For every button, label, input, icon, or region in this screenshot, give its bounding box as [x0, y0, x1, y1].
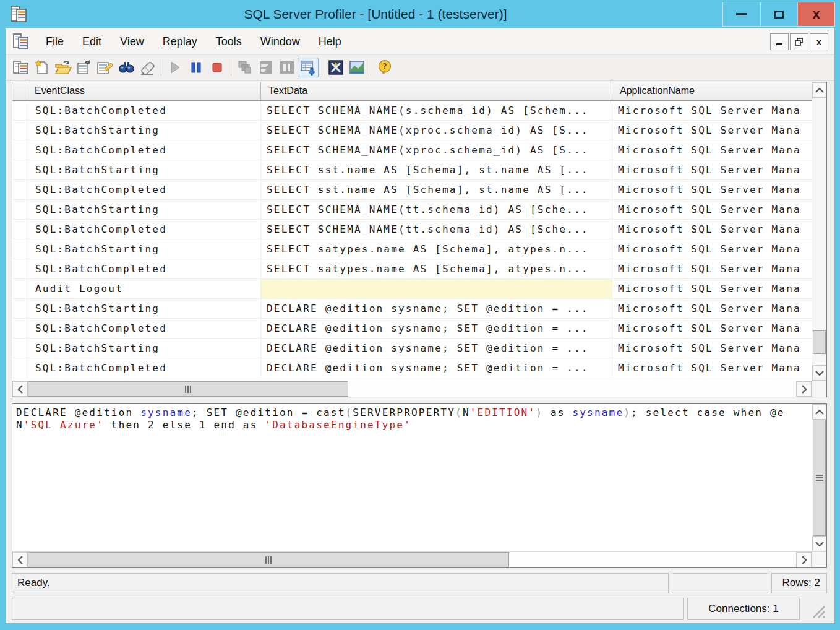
trace-properties-icon[interactable] — [95, 58, 116, 77]
menu-edit[interactable]: Edit — [73, 32, 111, 51]
scroll-up-icon[interactable] — [812, 82, 826, 98]
table-row[interactable]: SQL:BatchStartingDECLARE @edition sysnam… — [12, 339, 812, 358]
new-trace-icon[interactable] — [32, 58, 53, 77]
text-vscroll-thumb[interactable] — [813, 420, 826, 536]
close-icon: x — [812, 7, 820, 21]
text-horizontal-scrollbar[interactable] — [12, 551, 826, 567]
column-header-eventclass[interactable]: EventClass — [27, 82, 261, 100]
window-title: SQL Server Profiler - [Untitled - 1 (tes… — [28, 7, 722, 22]
menu-help[interactable]: Help — [309, 32, 351, 51]
grid-vertical-scrollbar[interactable] — [812, 82, 826, 381]
title-bar: SQL Server Profiler - [Untitled - 1 (tes… — [0, 0, 840, 28]
grid-hscroll-track[interactable] — [348, 381, 796, 397]
clear-trace-icon[interactable] — [137, 58, 158, 77]
organize-columns-icon[interactable] — [325, 58, 346, 77]
trace-grid-body: SQL:BatchCompletedSELECT SCHEMA_NAME(s.s… — [12, 101, 812, 381]
mdi-close-icon: x — [816, 37, 821, 46]
mdi-window-controls: x — [770, 33, 828, 50]
text-detail-panel: DECLARE @edition sysname; SET @edition =… — [12, 403, 827, 568]
menu-tools[interactable]: Tools — [207, 32, 251, 51]
grid-hscroll-thumb[interactable] — [28, 381, 348, 397]
table-row[interactable]: SQL:BatchCompletedDECLARE @edition sysna… — [12, 358, 812, 378]
table-row[interactable]: SQL:BatchStartingSELECT SCHEMA_NAME(tt.s… — [12, 200, 812, 220]
scroll-left-icon[interactable] — [12, 552, 28, 567]
table-row[interactable]: SQL:BatchStartingDECLARE @edition sysnam… — [12, 299, 812, 319]
find-icon[interactable] — [116, 58, 137, 77]
grid-vscroll-thumb[interactable] — [813, 330, 826, 354]
open-trace-icon[interactable] — [53, 58, 74, 77]
status-rows-badge: Rows: 2 — [771, 573, 827, 593]
status-panel-empty — [672, 573, 768, 593]
grid-header-row: EventClass TextData ApplicationName — [12, 82, 812, 101]
menu-replay[interactable]: Replay — [153, 32, 207, 51]
stop-icon[interactable] — [207, 58, 228, 77]
help-icon[interactable]: ? — [374, 58, 395, 77]
scroll-down-icon[interactable] — [812, 365, 826, 381]
table-row[interactable]: Audit LogoutMicrosoft SQL Server Mana — [12, 279, 812, 299]
sql-text[interactable]: DECLARE @edition sysname; SET @edition =… — [12, 404, 812, 551]
menu-items: FileEditViewReplayToolsWindowHelp — [36, 32, 770, 51]
grid-horizontal-scrollbar[interactable] — [12, 381, 826, 397]
toolbar-separator — [322, 59, 322, 76]
resize-grip[interactable] — [804, 598, 827, 620]
toolbar-separator — [231, 59, 231, 76]
pane-splitter[interactable] — [6, 397, 834, 403]
text-hscroll-track[interactable] — [509, 552, 796, 567]
mdi-close-button[interactable]: x — [810, 33, 828, 50]
scroll-right-icon[interactable] — [796, 552, 812, 567]
table-row[interactable]: SQL:BatchStartingSELECT sst.name AS [Sch… — [12, 160, 812, 180]
auto-scroll-icon[interactable] — [298, 58, 319, 77]
text-hscroll-thumb[interactable] — [28, 552, 509, 567]
status-ready: Ready. — [12, 573, 669, 593]
scroll-left-icon[interactable] — [12, 381, 28, 397]
pause-icon[interactable] — [186, 58, 207, 77]
toolbar: ? — [6, 55, 834, 81]
trace-grid: EventClass TextData ApplicationName SQL:… — [12, 82, 827, 397]
table-row[interactable]: SQL:BatchCompletedSELECT SCHEMA_NAME(tt.… — [12, 220, 812, 239]
tuning-advisor-icon[interactable] — [346, 58, 367, 77]
mdi-restore-button[interactable] — [790, 33, 808, 50]
toggle-breakpoint-icon[interactable] — [276, 58, 298, 77]
table-row[interactable]: SQL:BatchCompletedSELECT SCHEMA_NAME(xpr… — [12, 140, 812, 160]
table-row[interactable]: SQL:BatchStartingSELECT SCHEMA_NAME(xpro… — [12, 121, 812, 140]
minimize-button[interactable] — [723, 2, 760, 26]
scroll-down-icon[interactable] — [812, 536, 826, 551]
close-button[interactable]: x — [797, 2, 834, 26]
table-row[interactable]: SQL:BatchCompletedSELECT sst.name AS [Sc… — [12, 180, 812, 200]
execute-one-step-icon[interactable] — [234, 58, 255, 77]
table-row[interactable]: SQL:BatchCompletedSELECT SCHEMA_NAME(s.s… — [12, 101, 812, 121]
trace-template-icon[interactable] — [11, 58, 32, 77]
mdi-minimize-button[interactable] — [770, 33, 789, 50]
grid-header-stub[interactable] — [12, 82, 27, 100]
trace-document-icon — [13, 33, 29, 50]
client-area: FileEditViewReplayToolsWindowHelp x — [6, 28, 834, 623]
table-row[interactable]: SQL:BatchCompletedSELECT satypes.name AS… — [12, 259, 812, 279]
mdi-restore-icon — [795, 38, 804, 46]
start-replay-icon[interactable] — [165, 58, 186, 77]
toolbar-separator — [161, 59, 161, 76]
text-vertical-scrollbar[interactable] — [812, 404, 826, 551]
menu-bar: FileEditViewReplayToolsWindowHelp x — [6, 28, 834, 55]
minimize-icon — [736, 13, 747, 15]
app-window: SQL Server Profiler - [Untitled - 1 (tes… — [0, 0, 840, 630]
save-trace-icon[interactable] — [74, 58, 95, 77]
toolbar-separator — [371, 59, 371, 76]
scroll-right-icon[interactable] — [796, 381, 812, 397]
scroll-up-icon[interactable] — [812, 404, 826, 420]
menu-view[interactable]: View — [111, 32, 153, 51]
scrollbar-corner — [812, 552, 826, 567]
status-connections-badge: Connections: 1 — [687, 598, 800, 620]
run-to-cursor-icon[interactable] — [255, 58, 276, 77]
app-icon — [10, 4, 28, 24]
window-controls: x — [722, 2, 835, 27]
menu-window[interactable]: Window — [251, 32, 309, 51]
scrollbar-gripper — [185, 386, 191, 393]
column-header-applicationname[interactable]: ApplicationName — [612, 82, 812, 100]
maximize-icon — [774, 11, 784, 19]
table-row[interactable]: SQL:BatchStartingSELECT satypes.name AS … — [12, 239, 812, 259]
menu-file[interactable]: File — [36, 32, 73, 51]
column-header-textdata[interactable]: TextData — [261, 82, 612, 100]
mdi-minimize-icon — [776, 43, 782, 45]
maximize-button[interactable] — [760, 2, 797, 26]
table-row[interactable]: SQL:BatchCompletedDECLARE @edition sysna… — [12, 319, 812, 339]
